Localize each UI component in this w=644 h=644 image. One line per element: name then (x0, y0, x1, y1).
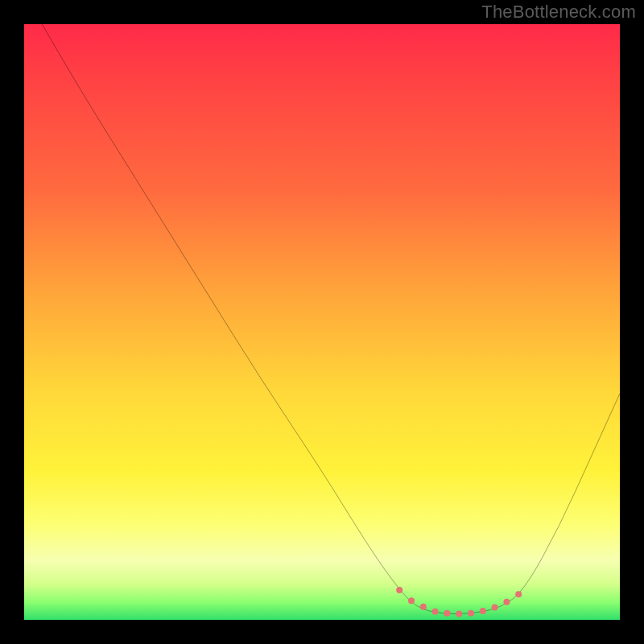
valley-marker-dot (468, 610, 474, 617)
plot-area (24, 24, 620, 620)
valley-marker-dot (492, 604, 498, 610)
watermark-text: TheBottleneck.com (481, 2, 636, 23)
valley-marker-dot (432, 609, 439, 615)
valley-marker-dot (456, 611, 462, 617)
bottleneck-curve-line (42, 24, 620, 614)
valley-marker-dot (396, 587, 402, 593)
valley-marker-dot (503, 599, 510, 605)
valley-marker-group (396, 587, 522, 617)
valley-marker-dot (480, 608, 486, 614)
valley-marker-dot (515, 591, 522, 597)
valley-marker-dot (420, 604, 427, 610)
chart-container: TheBottleneck.com (0, 0, 644, 644)
valley-marker-dot (444, 610, 450, 617)
valley-marker-dot (408, 597, 415, 604)
chart-svg (24, 24, 620, 620)
